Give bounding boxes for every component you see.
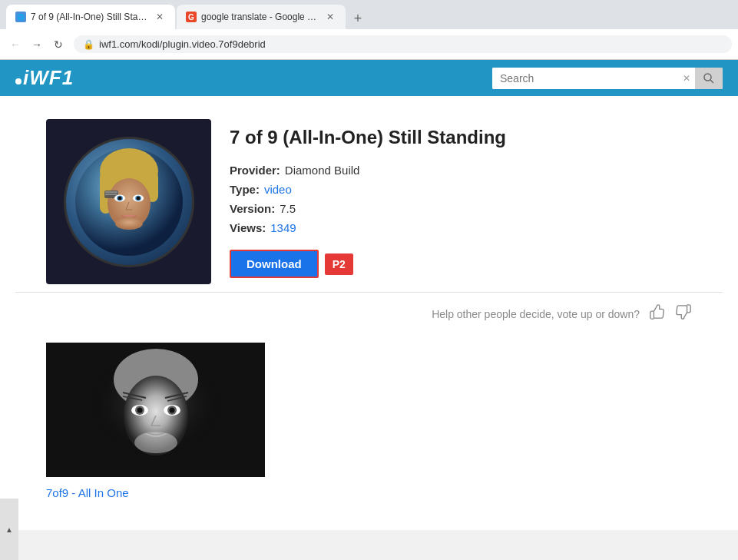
character-portrait	[75, 148, 183, 256]
type-label: Type:	[230, 183, 260, 196]
type-row: Type: video	[230, 183, 692, 196]
download-button[interactable]: Download	[230, 250, 319, 278]
addon-info: 7 of 9 (All-In-One) Still Standing Provi…	[230, 119, 692, 278]
svg-point-31	[134, 432, 177, 453]
addon-image-circle	[64, 137, 194, 267]
reload-button[interactable]: ↻	[49, 35, 68, 54]
preview-title[interactable]: 7of9 - All In One	[46, 486, 692, 499]
tab-active[interactable]: 🌐 7 of 9 (All-In-One) Still Standing ✕	[6, 5, 175, 29]
svg-point-16	[115, 217, 143, 230]
preview-image	[46, 343, 265, 477]
addon-title: 7 of 9 (All-In-One) Still Standing	[230, 127, 692, 148]
provider-row: Provider: Diamond Build	[230, 164, 692, 177]
url-text: iwf1.com/kodi/plugin.video.7of9debrid	[99, 38, 723, 50]
svg-point-30	[170, 408, 175, 413]
version-label: Version:	[230, 202, 275, 215]
svg-line-1	[710, 80, 713, 83]
download-area: Download P2	[230, 250, 692, 278]
vote-section: Help other people decide, vote up or dow…	[15, 292, 723, 335]
thumbs-up-button[interactable]	[649, 303, 666, 324]
type-value[interactable]: video	[264, 183, 292, 196]
vote-text: Help other people decide, vote up or dow…	[432, 308, 640, 320]
search-clear-icon[interactable]: ✕	[678, 73, 695, 84]
version-row: Version: 7.5	[230, 202, 692, 215]
main-content: 7 of 9 (All-In-One) Still Standing Provi…	[0, 96, 738, 530]
tab-bar: 🌐 7 of 9 (All-In-One) Still Standing ✕ G…	[0, 0, 738, 29]
views-label: Views:	[230, 221, 266, 234]
tab-favicon-2: G	[186, 12, 197, 22]
site-header: iWF1 ✕	[0, 60, 738, 96]
logo-dot	[15, 78, 22, 84]
address-bar: ← → ↻ 🔒 iwf1.com/kodi/plugin.video.7of9d…	[0, 29, 738, 60]
views-row: Views: 1349	[230, 221, 692, 234]
tab-title-2: google translate - Google Search	[201, 12, 319, 22]
svg-rect-9	[105, 194, 117, 195]
svg-point-29	[137, 408, 143, 413]
tab-close-1[interactable]: ✕	[154, 11, 166, 23]
new-tab-button[interactable]: +	[347, 8, 369, 29]
addon-header: 7 of 9 (All-In-One) Still Standing Provi…	[15, 111, 723, 292]
thumbs-down-button[interactable]	[675, 303, 692, 324]
scroll-indicator: ▲	[0, 499, 18, 530]
search-input[interactable]	[492, 68, 678, 89]
url-bar[interactable]: 🔒 iwf1.com/kodi/plugin.video.7of9debrid	[74, 35, 732, 53]
svg-point-14	[117, 196, 121, 200]
search-icon	[703, 72, 715, 84]
search-bar: ✕	[492, 68, 723, 89]
provider-value: Diamond Build	[285, 164, 360, 177]
svg-rect-8	[105, 191, 117, 193]
tab-favicon-1: 🌐	[15, 12, 26, 22]
tab-close-2[interactable]: ✕	[324, 11, 336, 23]
search-button[interactable]	[695, 68, 723, 89]
scroll-up-arrow[interactable]: ▲	[5, 525, 13, 531]
logo-text: iWF1	[23, 66, 74, 89]
addon-image	[46, 119, 211, 284]
forward-button[interactable]: →	[28, 35, 46, 54]
tab-2[interactable]: G google translate - Google Search ✕	[177, 5, 346, 29]
logo[interactable]: iWF1	[15, 66, 74, 90]
preview-image-svg	[46, 343, 265, 477]
preview-section: 7of9 - All In One	[15, 335, 723, 515]
p2-badge: P2	[325, 253, 353, 275]
lock-icon: 🔒	[83, 39, 94, 50]
views-value[interactable]: 1349	[270, 221, 296, 234]
svg-point-0	[704, 74, 711, 81]
tab-title-1: 7 of 9 (All-In-One) Still Standing	[31, 12, 149, 22]
svg-point-15	[136, 196, 140, 200]
version-value: 7.5	[280, 202, 296, 215]
browser-chrome: 🌐 7 of 9 (All-In-One) Still Standing ✕ G…	[0, 0, 738, 60]
nav-buttons: ← → ↻	[6, 35, 68, 54]
back-button[interactable]: ←	[6, 35, 25, 54]
provider-label: Provider:	[230, 164, 280, 177]
